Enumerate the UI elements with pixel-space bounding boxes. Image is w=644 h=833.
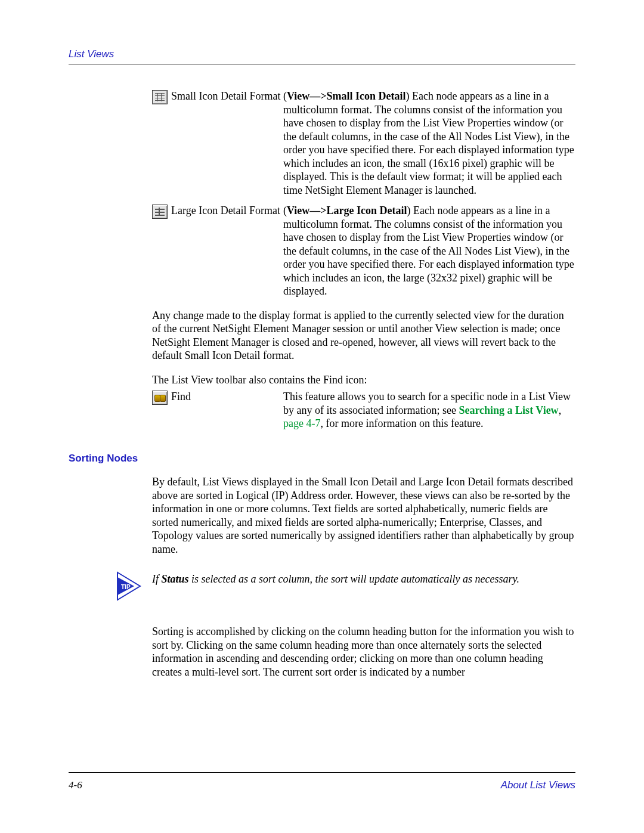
find-icon bbox=[152, 391, 168, 405]
sorting-para1: By default, List Views displayed in the … bbox=[152, 475, 575, 556]
format-change-paragraph: Any change made to the display format is… bbox=[152, 309, 575, 363]
tip-prefix: If bbox=[152, 573, 162, 585]
tip-icon: TIP bbox=[116, 571, 147, 601]
document-page: List Views Small Icon Detail Format (Vie… bbox=[0, 0, 644, 833]
find-xref[interactable]: Searching a List View bbox=[459, 404, 558, 416]
format-label-text: Small Icon Detail Format bbox=[171, 89, 280, 103]
format-row-small: Small Icon Detail Format (View—>Small Ic… bbox=[152, 89, 575, 197]
tip-bold: Status bbox=[162, 573, 189, 585]
find-pageref[interactable]: page 4-7 bbox=[283, 417, 320, 429]
small-icon-detail-icon bbox=[152, 90, 168, 104]
find-xref-sep: , bbox=[559, 404, 562, 416]
format-label-text: Large Icon Detail Format bbox=[171, 204, 280, 218]
format-desc-large-text: ) Each node appears as a line in a multi… bbox=[283, 205, 574, 297]
tip-row: TIP If Status is selected as a sort colu… bbox=[152, 571, 575, 601]
format-desc-small-text: ) Each node appears as a line in a multi… bbox=[283, 90, 574, 196]
find-intro-paragraph: The List View toolbar also contains the … bbox=[152, 373, 575, 387]
page-number: 4-6 bbox=[69, 779, 82, 791]
menu-path-small: View—>Small Icon Detail bbox=[287, 90, 406, 102]
body-column: Small Icon Detail Format (View—>Small Ic… bbox=[152, 89, 575, 431]
page-footer: 4-6 About List Views bbox=[69, 772, 575, 791]
find-row: Find This feature allows you to search f… bbox=[152, 390, 575, 431]
format-label-small: Small Icon Detail Format bbox=[152, 89, 283, 104]
find-label-text: Find bbox=[171, 390, 191, 404]
footer-section: About List Views bbox=[501, 779, 575, 791]
menu-path-large: View—>Large Icon Detail bbox=[287, 205, 407, 216]
tip-text: If Status is selected as a sort column, … bbox=[152, 571, 575, 586]
footer-line: 4-6 About List Views bbox=[69, 779, 575, 791]
footer-rule bbox=[69, 772, 575, 773]
find-label: Find bbox=[152, 390, 283, 405]
running-head: List Views bbox=[69, 48, 575, 60]
format-desc-large: (View—>Large Icon Detail) Each node appe… bbox=[283, 204, 575, 298]
format-desc-small: (View—>Small Icon Detail) Each node appe… bbox=[283, 89, 575, 197]
tip-rest: is selected as a sort column, the sort w… bbox=[189, 573, 519, 585]
tip-label-text: TIP bbox=[121, 584, 131, 590]
find-desc: This feature allows you to search for a … bbox=[283, 390, 575, 431]
sorting-para2: Sorting is accomplished by clicking on t… bbox=[152, 625, 575, 679]
format-row-large: Large Icon Detail Format (View—>Large Ic… bbox=[152, 204, 575, 298]
find-desc-after: , for more information on this feature. bbox=[320, 417, 483, 429]
sorting-heading: Sorting Nodes bbox=[69, 452, 575, 465]
sorting-column: By default, List Views displayed in the … bbox=[152, 475, 575, 679]
large-icon-detail-icon bbox=[152, 205, 168, 219]
header-rule bbox=[69, 64, 575, 64]
format-label-large: Large Icon Detail Format bbox=[152, 204, 283, 219]
